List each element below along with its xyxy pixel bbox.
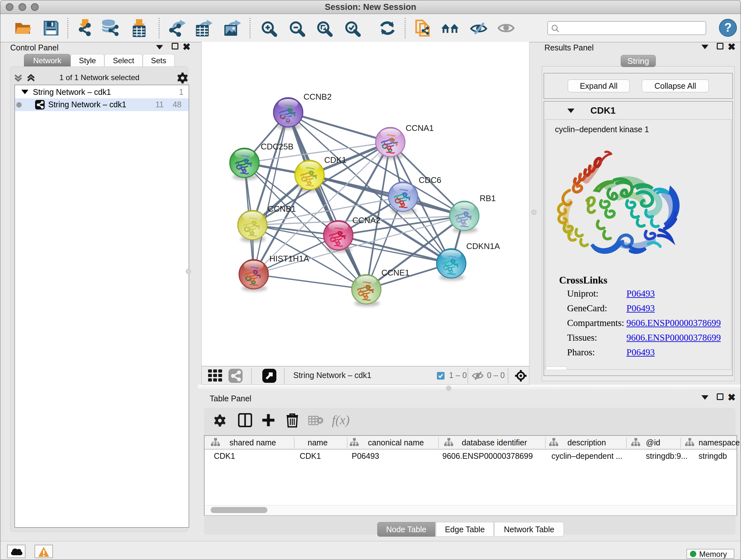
svg-text:CDK1: CDK1 <box>324 155 346 165</box>
svg-text:CCNB2: CCNB2 <box>304 92 332 102</box>
svg-text:CCNA1: CCNA1 <box>406 123 434 133</box>
svg-text:HIST1H1A: HIST1H1A <box>269 254 309 263</box>
svg-text:CCNB1: CCNB1 <box>268 204 296 213</box>
svg-text:RB1: RB1 <box>480 193 496 203</box>
svg-text:CDKN1A: CDKN1A <box>466 241 500 251</box>
svg-text:CDC6: CDC6 <box>419 175 441 185</box>
svg-text:?: ? <box>724 21 731 34</box>
svg-text:CDC25B: CDC25B <box>261 142 293 151</box>
svg-text:CCNA2: CCNA2 <box>352 215 381 225</box>
svg-text:CCNE1: CCNE1 <box>381 268 409 277</box>
